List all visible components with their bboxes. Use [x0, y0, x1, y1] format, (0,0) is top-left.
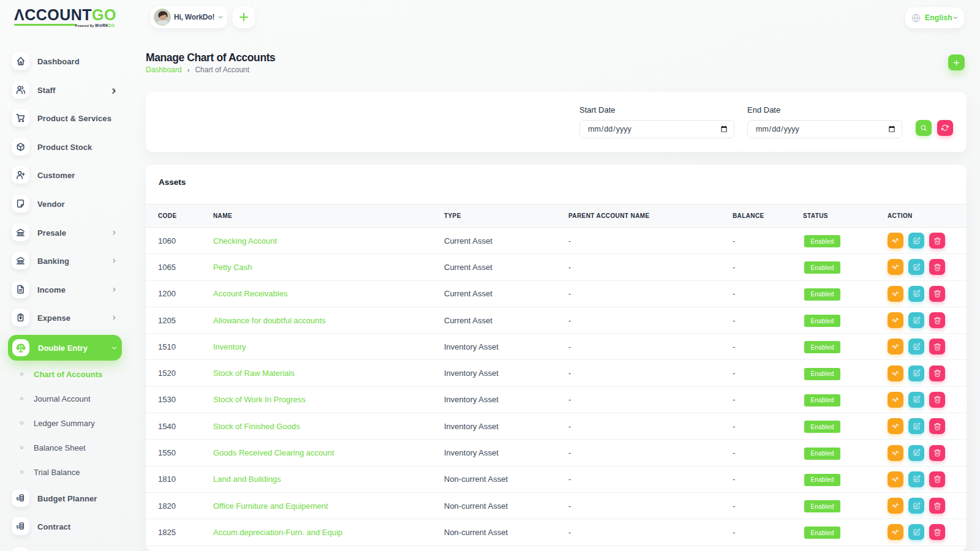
svg-text:$: $	[16, 524, 19, 530]
svg-text:$: $	[16, 496, 19, 501]
